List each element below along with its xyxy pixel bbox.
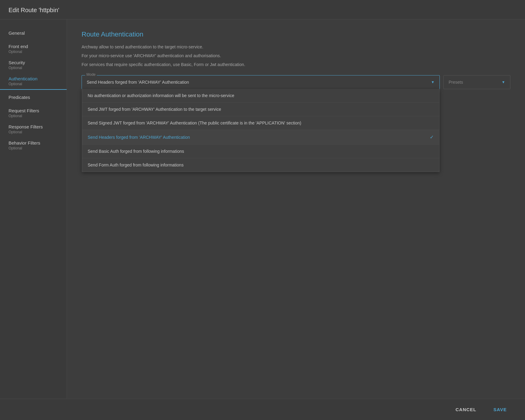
sidebar-sub-security: Optional <box>9 66 58 70</box>
mode-select-display[interactable]: Send Headers forged from 'ARCHWAY' Authe… <box>82 75 439 89</box>
sidebar-item-predicates[interactable]: Predicates <box>0 90 67 105</box>
dropdown-item-jwt[interactable]: Send JWT forged from 'ARCHWAY' Authentic… <box>82 103 439 116</box>
mode-select-wrapper[interactable]: Send Headers forged from 'ARCHWAY' Authe… <box>82 75 440 89</box>
dropdown-item-label-signed-jwt: Send Signed JWT forged from 'ARCHWAY' Au… <box>88 121 301 125</box>
sidebar-sub-requestfilters: Optional <box>9 114 58 118</box>
sidebar-item-responsefilters[interactable]: Response FiltersOptional <box>0 121 67 137</box>
dropdown-scroll[interactable]: No authentication or authorization infor… <box>82 89 439 172</box>
dropdown-item-label-form: Send Form Auth forged from following inf… <box>88 163 184 167</box>
sidebar-item-general[interactable]: General <box>0 26 67 41</box>
sidebar-label-predicates: Predicates <box>9 93 58 102</box>
sidebar-sub-frontend: Optional <box>9 50 58 54</box>
description-0: Archway allow to send authentication to … <box>82 44 510 50</box>
sidebar-item-behaviorfilters[interactable]: Behavior FiltersOptional <box>0 137 67 153</box>
sidebar: GeneralFront endOptionalSecurityOptional… <box>0 19 67 398</box>
dropdown-item-label-basic: Send Basic Auth forged from following in… <box>88 149 184 154</box>
select-row: Send Headers forged from 'ARCHWAY' Authe… <box>82 75 510 89</box>
sidebar-label-behaviorfilters: Behavior Filters <box>9 140 58 145</box>
save-button[interactable]: SAVE <box>487 404 513 415</box>
dropdown-item-label-jwt: Send JWT forged from 'ARCHWAY' Authentic… <box>88 107 221 112</box>
sidebar-label-frontend: Front end <box>9 44 58 49</box>
presets-label: Presets <box>449 80 463 85</box>
content-area: Route Authentication Archway allow to se… <box>67 19 525 398</box>
page-title: Edit Route 'httpbin' <box>0 0 525 19</box>
description-1: For your micro-service use 'ARCHWAY' aut… <box>82 53 510 59</box>
description-2: For services that require specific authe… <box>82 61 510 68</box>
dropdown-item-basic[interactable]: Send Basic Auth forged from following in… <box>82 145 439 158</box>
dropdown-arrow-icon: ▼ <box>431 80 435 84</box>
presets-arrow-icon: ▼ <box>502 80 505 84</box>
check-icon: ✓ <box>430 134 434 140</box>
dropdown-item-headers[interactable]: Send Headers forged from 'ARCHWAY' Authe… <box>82 130 439 145</box>
sidebar-item-authentication[interactable]: AuthenticationOptional <box>0 73 67 90</box>
dropdown-item-label-none: No authentication or authorization infor… <box>88 93 234 98</box>
sidebar-label-responsefilters: Response Filters <box>9 124 58 129</box>
main-layout: GeneralFront endOptionalSecurityOptional… <box>0 19 525 398</box>
sidebar-label-requestfilters: Request Filters <box>9 108 58 113</box>
dropdown-item-signed-jwt[interactable]: Send Signed JWT forged from 'ARCHWAY' Au… <box>82 116 439 130</box>
sidebar-label-security: Security <box>9 60 58 65</box>
selected-mode-text: Send Headers forged from 'ARCHWAY' Authe… <box>87 80 189 85</box>
footer: CANCEL SAVE <box>0 399 525 420</box>
dropdown-item-form[interactable]: Send Form Auth forged from following inf… <box>82 158 439 172</box>
presets-wrapper[interactable]: Presets ▼ <box>443 75 510 89</box>
sidebar-item-security[interactable]: SecurityOptional <box>0 57 67 73</box>
sidebar-label-authentication: Authentication <box>9 76 58 81</box>
cancel-button[interactable]: CANCEL <box>450 404 483 415</box>
section-title: Route Authentication <box>82 30 510 38</box>
presets-display[interactable]: Presets ▼ <box>444 75 510 89</box>
sidebar-sub-authentication: Optional <box>9 82 58 86</box>
mode-select-container: Mode Send Headers forged from 'ARCHWAY' … <box>82 75 510 89</box>
sidebar-label-general: General <box>9 29 58 38</box>
mode-label: Mode <box>85 72 97 77</box>
sidebar-sub-responsefilters: Optional <box>9 130 58 134</box>
sidebar-item-requestfilters[interactable]: Request FiltersOptional <box>0 105 67 121</box>
sidebar-sub-behaviorfilters: Optional <box>9 146 58 150</box>
dropdown-list: No authentication or authorization infor… <box>82 89 439 172</box>
sidebar-item-frontend[interactable]: Front endOptional <box>0 41 67 57</box>
dropdown-item-label-headers: Send Headers forged from 'ARCHWAY' Authe… <box>88 135 190 140</box>
dropdown-item-none[interactable]: No authentication or authorization infor… <box>82 89 439 103</box>
